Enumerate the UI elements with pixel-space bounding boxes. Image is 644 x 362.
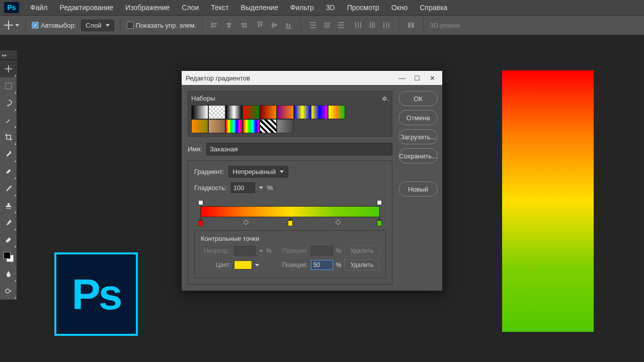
load-button[interactable]: Загрузить... xyxy=(398,129,437,144)
menu-window[interactable]: Окно xyxy=(386,2,413,14)
swatch-12[interactable] xyxy=(243,119,260,133)
midpoint-2[interactable] xyxy=(336,219,341,225)
new-button[interactable]: Новый xyxy=(398,182,437,197)
auto-select-toggle[interactable]: Автовыбор: xyxy=(32,22,76,29)
crop-tool[interactable] xyxy=(0,129,17,146)
align-top-icon[interactable] xyxy=(254,19,266,31)
svg-rect-18 xyxy=(310,22,316,23)
close-icon[interactable]: ✕ xyxy=(426,74,438,82)
menu-view[interactable]: Просмотр xyxy=(342,2,384,14)
name-input[interactable] xyxy=(206,143,392,155)
svg-rect-6 xyxy=(246,22,247,28)
swatch-1[interactable] xyxy=(208,105,225,119)
distribute-bottom-icon[interactable] xyxy=(335,19,347,31)
chevron-down-icon[interactable] xyxy=(255,264,259,266)
svg-rect-12 xyxy=(271,25,277,26)
swatch-3[interactable] xyxy=(243,105,260,119)
app-logo: Ps xyxy=(4,2,19,13)
color-chip[interactable] xyxy=(234,260,252,269)
swatch-6[interactable] xyxy=(294,105,311,119)
midpoint-1[interactable] xyxy=(243,219,249,225)
swatch-8[interactable] xyxy=(328,105,345,119)
distribute-vcenter-icon[interactable] xyxy=(321,19,333,31)
eraser-tool[interactable] xyxy=(0,231,17,248)
menu-file[interactable]: Файл xyxy=(25,2,52,14)
blur-tool[interactable] xyxy=(0,265,17,283)
swatch-2[interactable] xyxy=(225,105,243,119)
tool-indicator[interactable] xyxy=(4,21,19,30)
distribute-top-icon[interactable] xyxy=(307,19,319,31)
history-brush-tool[interactable] xyxy=(0,214,17,231)
auto-align-icon[interactable] xyxy=(405,19,417,31)
healing-tool[interactable] xyxy=(0,163,17,180)
svg-point-40 xyxy=(6,289,10,293)
swatch-9[interactable] xyxy=(191,119,208,133)
swatch-0[interactable] xyxy=(191,105,208,119)
distribute-right-icon[interactable] xyxy=(380,19,392,31)
menu-help[interactable]: Справка xyxy=(415,2,452,14)
menu-image[interactable]: Изображение xyxy=(120,2,175,14)
align-right-icon[interactable] xyxy=(237,19,249,31)
save-button[interactable]: Сохранить... xyxy=(398,148,437,163)
swatch-10[interactable] xyxy=(208,119,225,133)
swatch-13[interactable] xyxy=(260,119,277,133)
minimize-icon[interactable]: — xyxy=(396,74,408,82)
svg-rect-2 xyxy=(213,26,216,27)
svg-rect-23 xyxy=(324,27,330,28)
delete-color-stop[interactable]: Удалить xyxy=(344,259,379,270)
fg-bg-colors[interactable] xyxy=(0,248,17,265)
stamp-tool[interactable] xyxy=(0,197,17,214)
color-stop-1[interactable] xyxy=(288,220,293,226)
color-stop-0[interactable] xyxy=(198,220,203,226)
brush-tool[interactable] xyxy=(0,180,17,197)
menu-layers[interactable]: Слои xyxy=(177,2,204,14)
opacity-input xyxy=(234,246,256,256)
swatch-14[interactable] xyxy=(277,119,294,133)
gradient-bar[interactable] xyxy=(194,198,386,226)
magic-wand-tool[interactable] xyxy=(0,112,17,129)
swatch-11[interactable] xyxy=(225,119,243,133)
expand-panels[interactable]: ▸▸ xyxy=(0,50,17,59)
auto-select-type[interactable]: Слой xyxy=(81,20,114,31)
smoothness-label: Гладкость: xyxy=(194,184,227,192)
color-position-input[interactable] xyxy=(311,260,333,270)
align-center-v-icon[interactable] xyxy=(268,19,280,31)
swatch-5[interactable] xyxy=(277,105,294,119)
show-transform-toggle[interactable]: Показать упр. элем. xyxy=(127,22,197,29)
menu-3d[interactable]: 3D xyxy=(321,2,340,14)
menu-filter[interactable]: Фильтр xyxy=(285,2,319,14)
maximize-icon[interactable]: ☐ xyxy=(411,74,423,82)
align-bottom-icon[interactable] xyxy=(282,19,294,31)
distribute-left-icon[interactable] xyxy=(352,19,364,31)
svg-rect-26 xyxy=(338,27,344,28)
menu-edit[interactable]: Редактирование xyxy=(54,2,118,14)
svg-rect-22 xyxy=(324,25,330,26)
chevron-down-icon[interactable] xyxy=(259,187,263,189)
color-stop-2[interactable] xyxy=(377,220,382,226)
move-tool[interactable] xyxy=(0,60,17,77)
opacity-stop-left[interactable] xyxy=(198,200,203,205)
menu-select[interactable]: Выделение xyxy=(236,2,283,14)
swatch-7[interactable] xyxy=(311,105,328,119)
align-group-1 xyxy=(209,19,249,31)
opacity-stop-right[interactable] xyxy=(377,200,382,205)
distribute-hcenter-icon[interactable] xyxy=(366,19,378,31)
gear-icon[interactable]: ✲. xyxy=(382,95,389,102)
eyedropper-tool[interactable] xyxy=(0,146,17,163)
opacity-label: Непрозр.: xyxy=(201,247,231,254)
ok-button[interactable]: ОК xyxy=(398,91,437,106)
lasso-tool[interactable] xyxy=(0,95,17,112)
align-center-h-icon[interactable] xyxy=(223,19,235,31)
svg-rect-34 xyxy=(386,22,387,28)
dodge-tool[interactable] xyxy=(0,283,17,300)
smoothness-input[interactable] xyxy=(231,183,255,193)
gradient-type-select[interactable]: Непрерывный xyxy=(228,166,288,177)
align-left-icon[interactable] xyxy=(209,19,221,31)
dialog-titlebar[interactable]: Редактор градиентов — ☐ ✕ xyxy=(182,71,442,85)
marquee-tool[interactable] xyxy=(0,77,17,95)
toolbox xyxy=(0,60,17,300)
3d-mode-label: 3D-режим xyxy=(430,22,460,29)
swatch-4[interactable] xyxy=(260,105,277,119)
menu-text[interactable]: Текст xyxy=(206,2,233,14)
cancel-button[interactable]: Отмена xyxy=(398,110,437,125)
